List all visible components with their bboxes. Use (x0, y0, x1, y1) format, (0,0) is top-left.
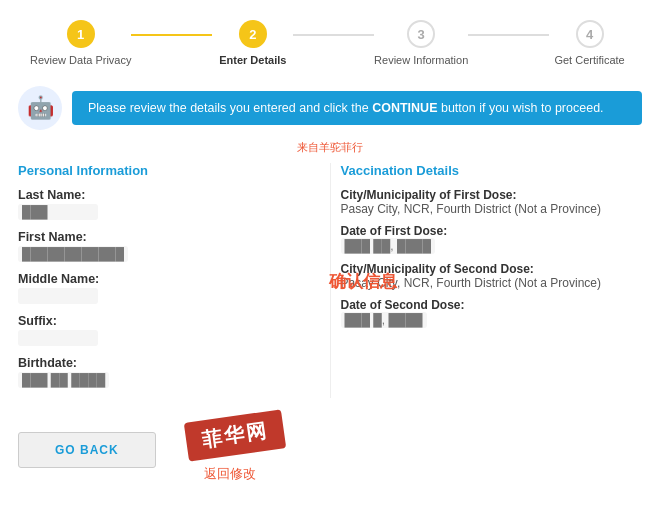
return-text: 返回修改 (204, 465, 256, 483)
second-dose-city-label: City/Municipality of Second Dose: (341, 262, 643, 276)
vaccination-section: Vaccination Details City/Municipality of… (330, 163, 643, 398)
banner-keyword: CONTINUE (372, 101, 437, 115)
last-name-value: ███ (18, 204, 98, 220)
second-dose-date-field: Date of Second Dose: ███ █, ████ (341, 298, 643, 328)
step-label-1: Review Data Privacy (30, 54, 131, 66)
banner-prefix: Please review the details you entered an… (88, 101, 372, 115)
middle-name-label: Middle Name: (18, 272, 320, 286)
source-label: 来自羊驼菲行 (0, 140, 660, 155)
first-name-value: ████████████ (18, 246, 128, 262)
suffix-field: Suffix: (18, 314, 320, 346)
first-dose-date-value: ███ ██, ████ (341, 238, 436, 254)
stamp-watermark: 菲华网 (183, 409, 285, 461)
go-back-button[interactable]: GO BACK (18, 432, 156, 468)
step-2: 2 Enter Details (212, 20, 293, 66)
first-name-field: First Name: ████████████ (18, 230, 320, 262)
banner-message: Please review the details you entered an… (72, 91, 642, 125)
bot-icon: 🤖 (18, 86, 62, 130)
first-dose-city-value: Pasay City, NCR, Fourth District (Not a … (341, 202, 643, 216)
step-3: 3 Review Information (374, 20, 468, 66)
first-dose-city-field: City/Municipality of First Dose: Pasay C… (341, 188, 643, 216)
first-dose-date-field: Date of First Dose: ███ ██, ████ (341, 224, 643, 254)
second-dose-city-value: Pasay City, NCR, Fourth District (Not a … (341, 276, 643, 290)
step-circle-3: 3 (407, 20, 435, 48)
step-circle-2: 2 (239, 20, 267, 48)
birthdate-value: ███ ██ ████ (18, 372, 109, 388)
stepper: 1 Review Data Privacy 2 Enter Details 3 … (0, 0, 660, 76)
banner-suffix: button if you wish to proceed. (437, 101, 603, 115)
birthdate-label: Birthdate: (18, 356, 320, 370)
suffix-label: Suffix: (18, 314, 320, 328)
step-circle-4: 4 (576, 20, 604, 48)
connector-3-4 (468, 34, 549, 36)
vaccination-title: Vaccination Details (341, 163, 643, 178)
middle-name-field: Middle Name: (18, 272, 320, 304)
step-label-4: Get Certificate (554, 54, 624, 66)
second-dose-date-value: ███ █, ████ (341, 312, 427, 328)
bottom-actions: GO BACK 菲华网 返回修改 (18, 416, 642, 483)
step-label-2: Enter Details (219, 54, 286, 66)
first-dose-date-label: Date of First Dose: (341, 224, 643, 238)
step-1: 1 Review Data Privacy (30, 20, 131, 66)
middle-name-value (18, 288, 98, 304)
last-name-label: Last Name: (18, 188, 320, 202)
personal-info-title: Personal Information (18, 163, 320, 178)
connector-2-3 (293, 34, 374, 36)
second-dose-date-label: Date of Second Dose: (341, 298, 643, 312)
info-banner: 🤖 Please review the details you entered … (18, 86, 642, 130)
first-name-label: First Name: (18, 230, 320, 244)
birthdate-field: Birthdate: ███ ██ ████ (18, 356, 320, 388)
second-dose-city-field: City/Municipality of Second Dose: Pasay … (341, 262, 643, 290)
first-dose-city-label: City/Municipality of First Dose: (341, 188, 643, 202)
last-name-field: Last Name: ███ (18, 188, 320, 220)
content-area: Personal Information Last Name: ███ Firs… (0, 163, 660, 398)
step-label-3: Review Information (374, 54, 468, 66)
personal-info-section: Personal Information Last Name: ███ Firs… (18, 163, 330, 398)
step-4: 4 Get Certificate (549, 20, 630, 66)
suffix-value (18, 330, 98, 346)
connector-1-2 (131, 34, 212, 36)
step-circle-1: 1 (67, 20, 95, 48)
